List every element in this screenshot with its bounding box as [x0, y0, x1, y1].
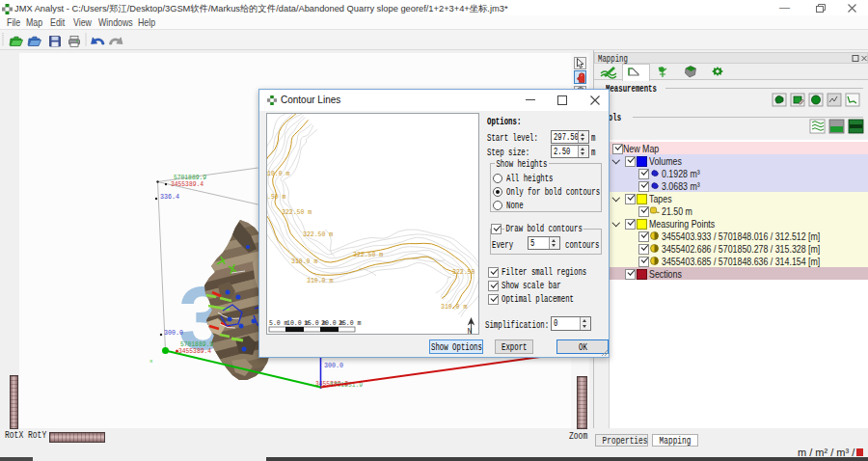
svg-text:3455389.4: 3455389.4 [171, 180, 203, 188]
svg-text:322.50 m: 322.50 m [282, 209, 312, 216]
svg-text:10.0 m: 10.0 m [267, 171, 290, 177]
svg-text:25.0 m: 25.0 m [339, 320, 362, 327]
svg-text:5.0 m: 5.0 m [269, 320, 288, 327]
svg-text:310.0 m: 310.0 m [441, 304, 467, 311]
svg-text:x: x [149, 358, 153, 365]
svg-text:300.0: 300.0 [164, 329, 183, 337]
svg-text:336.4: 336.4 [160, 193, 179, 201]
svg-text:322.50 m: 322.50 m [303, 231, 333, 238]
svg-text:322.50 m: 322.50 m [353, 252, 383, 258]
svg-text:322.50 m: 322.50 m [452, 269, 478, 276]
svg-text:N: N [467, 327, 472, 335]
svg-text:310.0 m: 310.0 m [307, 278, 333, 285]
svg-text:310.0 m: 310.0 m [291, 258, 317, 265]
svg-text:3455389.4: 3455389.4 [178, 347, 211, 355]
svg-text:300.0: 300.0 [324, 362, 343, 369]
svg-text:.50 m: .50 m [267, 194, 286, 201]
